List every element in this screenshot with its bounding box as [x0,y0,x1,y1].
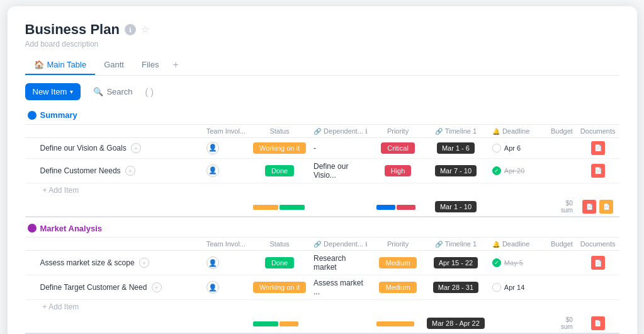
deadline-check[interactable] [492,144,501,153]
timeline-badge: Apr 15 - 22 [434,257,478,268]
status-badge: Working on it [253,282,306,293]
group-header-summary: Summary [25,104,619,124]
group-header-market: Market Analysis [25,217,619,238]
tabs-bar: 🏠 Main Table Gantt Files + [25,55,619,76]
summary-doc-icon[interactable]: 📄 [582,200,596,214]
priority-badge: Medium [379,282,416,293]
status-summary-bars [253,205,306,210]
new-item-button[interactable]: New Item ▾ [25,83,81,100]
timeline-link-icon-2: 🔗 [435,241,443,248]
avatar: 👤 [206,281,219,294]
group-summary: Summary Team Invol... Status 🔗 Dependent… [25,104,619,217]
doc-icon[interactable]: 📄 [591,141,605,155]
timeline-link-icon: 🔗 [435,128,443,135]
group-dot-market [28,224,37,233]
star-icon[interactable]: ☆ [141,24,149,35]
toolbar: New Item ▾ 🔍 Search ( ) [25,83,619,100]
tab-gantt[interactable]: Gantt [95,55,133,75]
table-row: Assess market size & scope + 👤 Done Rese… [25,251,619,275]
priority-badge: High [385,165,412,176]
bell-icon-2: 🔔 [492,241,500,248]
page-title: Business Plan [25,21,120,38]
summary-doc-icon-3[interactable]: 📄 [591,316,605,330]
group-dot-summary [28,111,37,120]
tab-files[interactable]: Files [133,55,167,75]
add-row-icon[interactable]: + [125,166,135,176]
add-tab-button[interactable]: + [167,55,183,75]
main-card: Business Plan ℹ ☆ Add board description … [8,6,637,334]
priority-summary-bars-2 [376,321,419,326]
summary-doc-icon-2[interactable]: 📄 [599,200,613,214]
col-headers-summary: Team Invol... Status 🔗 Dependent... ℹ Pr… [25,124,619,137]
table-row: Define Customer Needs + 👤 Done Define ou… [25,158,619,183]
group-market-analysis: Market Analysis Team Invol... Status 🔗 D… [25,217,619,334]
avatar: 👤 [206,142,219,154]
summary-timeline-2: Mar 28 - Apr 22 [427,318,485,329]
timeline-badge: Mar 28 - 31 [433,282,478,293]
status-summary-bars-2 [253,321,306,326]
home-icon: 🏠 [34,60,44,69]
info-icon[interactable]: ℹ [125,24,136,35]
tab-main-table[interactable]: 🏠 Main Table [25,55,96,75]
deadline-check-done[interactable]: ✓ [492,258,501,267]
priority-badge: Critical [381,142,415,154]
new-item-chevron: ▾ [70,88,73,95]
add-row-icon[interactable]: + [152,282,162,292]
link-icon: 🔗 [314,128,321,135]
avatar: 👤 [206,164,219,177]
timeline-badge: Mar 1 - 6 [437,142,475,154]
add-item-row-market[interactable]: + Add Item [25,300,619,314]
deadline-check-done[interactable]: ✓ [492,166,501,175]
board-table: Summary Team Invol... Status 🔗 Dependent… [25,104,619,334]
doc-icon[interactable]: 📄 [591,164,605,178]
priority-badge: Medium [379,257,416,268]
add-row-icon[interactable]: + [139,258,149,268]
table-row: Define our Vision & Goals + 👤 Working on… [25,137,619,158]
bell-icon: 🔔 [492,128,500,135]
link-icon-2: 🔗 [314,241,321,248]
add-row-icon[interactable]: + [131,143,141,153]
add-item-row-summary[interactable]: + Add Item [25,183,619,197]
search-icon: 🔍 [93,87,103,96]
col-headers-market: Team Invol... Status 🔗 Dependent... ℹ Pr… [25,238,619,251]
summary-row-summary: Mar 1 - 10 $0sum 📄 📄 [25,197,619,217]
deadline-check[interactable] [492,283,501,292]
status-badge: Done [265,165,294,176]
search-button[interactable]: 🔍 Search [87,83,138,100]
status-badge: Working on it [253,142,306,154]
priority-summary-bars [376,205,419,210]
add-description[interactable]: Add board description [25,40,619,49]
timeline-badge: Mar 7 - 10 [435,165,477,176]
summary-timeline: Mar 1 - 10 [435,201,477,212]
table-row: Define Target Customer & Need + 👤 Workin… [25,275,619,300]
doc-icon[interactable]: 📄 [591,256,605,270]
summary-row-market: Mar 28 - Apr 22 $0sum 📄 [25,314,619,333]
status-badge: Done [265,257,294,268]
more-options[interactable]: ( ) [145,87,154,97]
avatar: 👤 [206,256,219,269]
